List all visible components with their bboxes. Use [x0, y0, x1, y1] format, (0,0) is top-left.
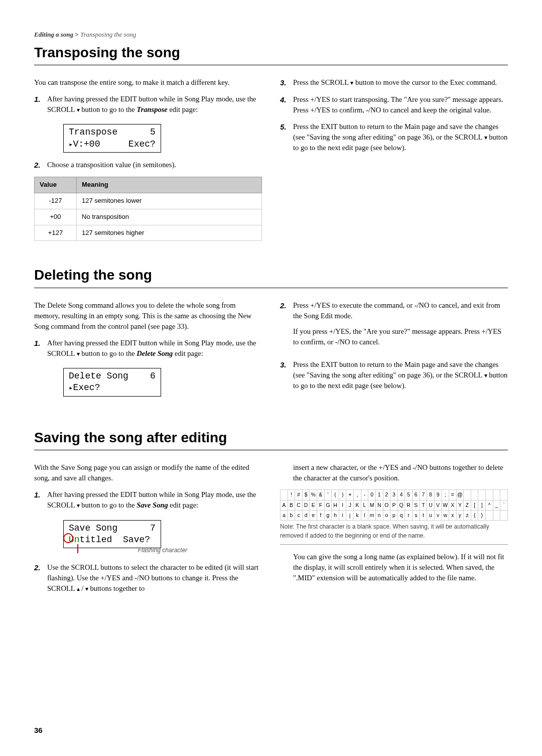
- step-1: 1. After having pressed the EDIT button …: [34, 94, 262, 115]
- char-cell: ,: [354, 490, 361, 500]
- char-cell: [493, 510, 500, 520]
- char-cell: !: [288, 490, 295, 500]
- char-cell: c: [295, 510, 303, 520]
- char-cell: [464, 490, 471, 500]
- char-cell: C: [295, 500, 303, 510]
- save-paragraph: You can give the song a long name (as ex…: [293, 552, 508, 583]
- step-2: 2. Choose a transposition value (in semi…: [34, 160, 262, 171]
- char-cell: {: [471, 510, 478, 520]
- char-cell: z: [464, 510, 471, 520]
- char-cell: X: [449, 500, 457, 510]
- char-cell: b: [288, 510, 295, 520]
- char-cell: R: [405, 500, 413, 510]
- char-cell: f: [317, 510, 325, 520]
- col-left: With the Save Song page you can assign o…: [34, 462, 262, 599]
- char-cell: [: [471, 500, 478, 510]
- char-cell: 1: [375, 490, 383, 500]
- char-cell: 4: [397, 490, 405, 500]
- char-cell: P: [390, 500, 398, 510]
- char-cell: $: [302, 490, 310, 500]
- char-cell: #: [295, 490, 303, 500]
- col-left: The Delete Song command allows you to de…: [34, 300, 262, 404]
- char-cell: w: [442, 510, 449, 520]
- char-cell: &: [317, 490, 325, 500]
- step-3: 3. Press the SCROLL button to move the c…: [280, 77, 508, 88]
- char-cell: [500, 510, 508, 520]
- highlight-circle-icon: [63, 533, 73, 543]
- char-cell: d: [302, 510, 310, 520]
- step-5: 5. Press the EXIT button to return to th…: [280, 121, 508, 153]
- char-cell: V: [434, 500, 442, 510]
- char-cell: [281, 490, 288, 500]
- char-cell: A: [281, 500, 288, 510]
- char-cell: p: [390, 510, 398, 520]
- char-cell: @: [456, 490, 464, 500]
- intro-text: With the Save Song page you can assign o…: [34, 462, 262, 483]
- char-cell: m: [368, 510, 376, 520]
- col-right: 3. Press the SCROLL button to move the c…: [280, 77, 508, 241]
- char-cell: a: [281, 510, 288, 520]
- char-cell: I: [339, 500, 346, 510]
- table-row: +127127 semitones higher: [35, 225, 262, 241]
- page-number: 36: [34, 725, 43, 736]
- col-right: 2. Press +/YES to execute the command, o…: [280, 300, 508, 404]
- char-cell: s: [412, 510, 420, 520]
- char-cell: Z: [464, 500, 471, 510]
- char-cell: j: [346, 510, 354, 520]
- char-cell: D: [302, 500, 310, 510]
- char-cell: g: [324, 510, 332, 520]
- char-cell: 9: [434, 490, 442, 500]
- char-cell: n: [375, 510, 383, 520]
- section-transposing: Transposing the song You can transpose t…: [34, 43, 508, 241]
- char-cell: E: [310, 500, 317, 510]
- char-cell: Q: [397, 500, 405, 510]
- lcd-save: Save Song 7 Untitled Save?: [63, 520, 161, 549]
- breadcrumb-page: Transposing the song: [79, 31, 137, 38]
- step-1: 1. After having pressed the EDIT button …: [34, 338, 262, 359]
- char-cell: [471, 490, 478, 500]
- breadcrumb: Editing a song > Transposing the song: [34, 30, 508, 40]
- continuation-text: insert a new character, or the +/YES and…: [293, 462, 508, 483]
- char-cell: i: [339, 510, 346, 520]
- char-cell: e: [310, 510, 317, 520]
- char-cell: =: [449, 490, 457, 500]
- char-cell: H: [332, 500, 339, 510]
- intro-text: You can transpose the entire song, to ma…: [34, 77, 262, 88]
- char-cell: ]: [478, 500, 486, 510]
- char-cell: O: [383, 500, 390, 510]
- char-cell: `: [500, 500, 508, 510]
- char-cell: ': [324, 490, 332, 500]
- char-cell: N: [375, 500, 383, 510]
- char-cell: W: [442, 500, 449, 510]
- char-cell: [486, 510, 493, 520]
- char-cell: U: [427, 500, 435, 510]
- char-cell: y: [456, 510, 464, 520]
- char-cell: [478, 490, 486, 500]
- char-cell: q: [397, 510, 405, 520]
- col-right: insert a new character, or the +/YES and…: [280, 462, 508, 599]
- character-table: !#$%&'()+,-0123456789;=@ ABCDEFGHIJKLMNO…: [280, 489, 508, 521]
- char-cell: o: [383, 510, 390, 520]
- section-deleting: Deleting the song The Delete Song comman…: [34, 265, 508, 403]
- heading-transposing: Transposing the song: [34, 43, 508, 66]
- char-cell: }: [478, 510, 486, 520]
- char-cell: K: [354, 500, 361, 510]
- char-cell: %: [310, 490, 317, 500]
- breadcrumb-section: Editing a song >: [34, 31, 79, 38]
- char-cell: _: [493, 500, 500, 510]
- char-cell: F: [317, 500, 325, 510]
- char-cell: 3: [390, 490, 398, 500]
- step-4: 4. Press +/YES to start transposing. The…: [280, 94, 508, 115]
- pointer-line-icon: [77, 544, 78, 553]
- char-table-note: Note: The first character is a blank spa…: [280, 523, 508, 545]
- char-cell: M: [368, 500, 376, 510]
- char-cell: L: [361, 500, 368, 510]
- char-cell: l: [361, 510, 368, 520]
- lcd-delete: Delete Song 6 Exec?: [63, 368, 161, 397]
- char-cell: (: [332, 490, 339, 500]
- char-cell: Y: [456, 500, 464, 510]
- char-cell: J: [346, 500, 354, 510]
- char-cell: ;: [442, 490, 449, 500]
- col-left: You can transpose the entire song, to ma…: [34, 77, 262, 241]
- step-3: 3. Press the EXIT button to return to th…: [280, 359, 508, 391]
